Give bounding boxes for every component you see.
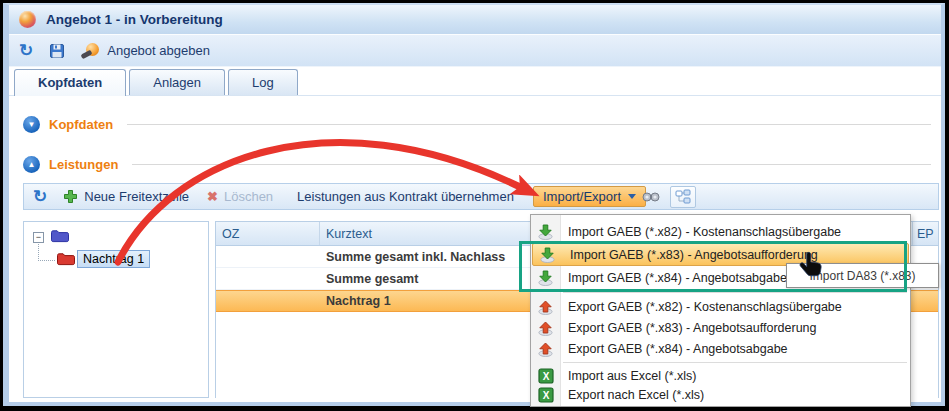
refresh-icon[interactable]: ↻: [19, 42, 33, 59]
excel-icon: X: [537, 368, 554, 384]
excel-icon: X: [537, 387, 554, 403]
tab-log[interactable]: Log: [228, 69, 298, 95]
tooltip-text: Import DA83 (*.x83): [809, 269, 915, 283]
tree-connector-line: [38, 244, 55, 261]
window-title: Angebot 1 - in Vorbereitung: [46, 12, 223, 27]
new-freetext-row-label: Neue Freitextzeile: [84, 189, 189, 204]
menu-item-export-excel[interactable]: X Export nach Excel (*.xls): [531, 385, 910, 404]
menu-separator: [563, 362, 907, 363]
svg-text:X: X: [542, 371, 549, 382]
application-window: Angebot 1 - in Vorbereitung ↻ Angebot ab…: [0, 0, 949, 411]
section-kopfdaten-label[interactable]: Kopfdaten: [49, 117, 113, 132]
main-toolbar: ↻ Angebot abgeben: [9, 35, 941, 67]
menu-item-import-excel[interactable]: X Import aus Excel (*.xls): [531, 366, 910, 385]
menu-item-export-gaeb-x83[interactable]: Export GAEB (*.x83) - Angebotsaufforderu…: [531, 317, 910, 338]
section-divider: [132, 164, 931, 165]
menu-item-import-gaeb-x82[interactable]: Import GAEB (*.x82) - Kostenanschlagsübe…: [531, 220, 910, 243]
tree-expander-minus[interactable]: −: [33, 232, 44, 243]
refresh-icon[interactable]: ↻: [33, 188, 47, 205]
save-icon[interactable]: [49, 43, 65, 59]
floppy-disk-icon: [49, 43, 65, 59]
chevron-down-icon: [628, 194, 636, 199]
menu-item-label: Import GAEB (*.x83) - Angebotsaufforderu…: [570, 248, 818, 262]
binoculars-icon: [642, 191, 660, 203]
column-header-oz[interactable]: OZ: [216, 222, 320, 245]
menu-item-label: Export GAEB (*.x83) - Angebotsaufforderu…: [568, 321, 817, 335]
search-positions-button[interactable]: [638, 186, 664, 208]
window-titlebar: Angebot 1 - in Vorbereitung: [9, 5, 941, 35]
new-freetext-row-button[interactable]: Neue Freitextzeile: [63, 189, 189, 204]
menu-item-label: Export GAEB (*.x82) - Kostenanschlagsübe…: [568, 300, 842, 314]
expand-arrow-icon[interactable]: ▲: [23, 156, 40, 173]
section-divider: [127, 124, 931, 125]
import-export-label: Import/Export: [543, 189, 621, 204]
export-arrow-icon: [537, 320, 554, 336]
import-arrow-icon: [537, 224, 554, 240]
hierarchy-icon: [675, 189, 691, 205]
menu-item-label: Import GAEB (*.x84) - Angebotsabgabe: [568, 271, 787, 285]
menu-item-export-gaeb-x82[interactable]: Export GAEB (*.x82) - Kostenanschlagsübe…: [531, 296, 910, 317]
app-logo-icon: [19, 11, 36, 28]
menu-item-label: Import GAEB (*.x82) - Kostenanschlagsübe…: [568, 225, 841, 239]
section-header-leistungen: ▲ Leistungen: [23, 156, 931, 173]
tree-item-nachtrag-1[interactable]: Nachtrag 1: [77, 250, 150, 268]
menu-item-label: Export nach Excel (*.xls): [568, 388, 704, 402]
tab-kopfdaten[interactable]: Kopfdaten: [14, 69, 126, 96]
takeover-from-contract-button[interactable]: Leistungen aus Kontrakt übernehmen: [297, 189, 514, 204]
tree-view-toggle-button[interactable]: [670, 186, 696, 208]
tab-strip: Kopfdaten Anlagen Log: [9, 67, 941, 96]
section-header-kopfdaten: ▼ Kopfdaten: [23, 116, 931, 133]
import-arrow-icon: [537, 270, 554, 286]
blue-folder-icon: [50, 228, 70, 243]
svg-text:X: X: [542, 390, 549, 401]
takeover-label: Leistungen aus Kontrakt übernehmen: [297, 189, 514, 204]
tooltip: Import DA83 (*.x83): [786, 263, 939, 288]
plus-icon: [63, 189, 78, 204]
delete-button[interactable]: ✖ Löschen: [207, 189, 273, 204]
import-export-dropdown-button[interactable]: Import/Export: [533, 186, 646, 207]
submit-offer-icon: [81, 43, 99, 58]
export-arrow-icon: [537, 341, 554, 357]
menu-item-label: Export GAEB (*.x84) - Angebotsabgabe: [568, 342, 788, 356]
menu-item-label: Import aus Excel (*.xls): [568, 369, 697, 383]
import-arrow-icon: [539, 247, 556, 263]
menu-separator: [563, 292, 907, 293]
delete-label: Löschen: [224, 189, 273, 204]
export-arrow-icon: [537, 299, 554, 315]
menu-item-export-gaeb-x84[interactable]: Export GAEB (*.x84) - Angebotsabgabe: [531, 338, 910, 359]
submit-offer-label: Angebot abgeben: [107, 43, 210, 58]
tab-anlagen[interactable]: Anlagen: [129, 69, 225, 95]
column-header-ep[interactable]: EP: [912, 222, 938, 245]
nachtrag-folder-icon[interactable]: [56, 251, 76, 270]
red-folder-icon: [56, 251, 76, 266]
position-tree-panel: − Nachtrag 1: [23, 221, 209, 398]
leistungen-toolbar: ↻ Neue Freitextzeile ✖ Löschen Leistunge…: [23, 183, 939, 210]
delete-x-icon: ✖: [207, 189, 218, 204]
import-export-menu: Import GAEB (*.x82) - Kostenanschlagsübe…: [530, 214, 911, 407]
section-leistungen-label[interactable]: Leistungen: [49, 157, 118, 172]
collapse-arrow-icon[interactable]: ▼: [23, 116, 40, 133]
submit-offer-button[interactable]: Angebot abgeben: [81, 43, 210, 58]
